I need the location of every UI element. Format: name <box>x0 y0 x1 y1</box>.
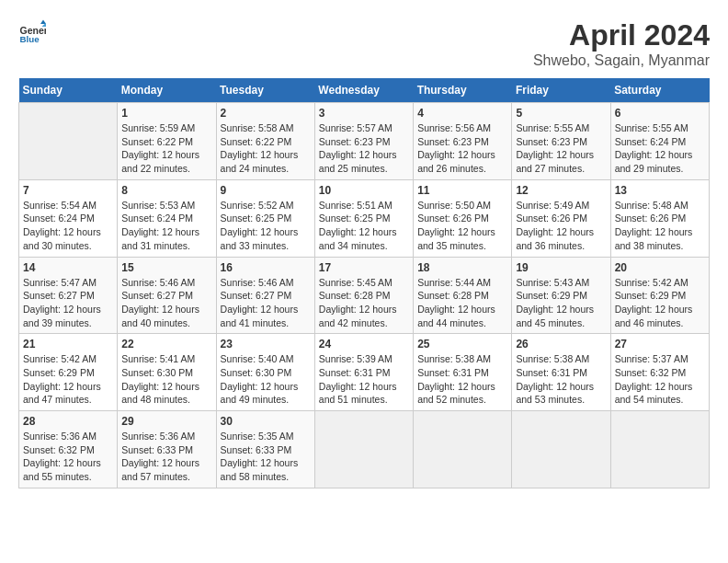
day-number: 11 <box>417 184 507 197</box>
day-number: 30 <box>221 415 311 428</box>
calendar-cell: 2Sunrise: 5:58 AM Sunset: 6:22 PM Daylig… <box>216 103 314 180</box>
calendar-cell: 8Sunrise: 5:53 AM Sunset: 6:24 PM Daylig… <box>118 179 216 257</box>
calendar-cell: 15Sunrise: 5:46 AM Sunset: 6:27 PM Dayli… <box>118 257 216 334</box>
logo-icon: General Blue <box>18 18 46 46</box>
svg-marker-2 <box>40 20 46 25</box>
day-info: Sunrise: 5:38 AM Sunset: 6:31 PM Dayligh… <box>417 352 507 407</box>
calendar-cell: 27Sunrise: 5:37 AM Sunset: 6:32 PM Dayli… <box>610 334 709 411</box>
day-number: 25 <box>417 338 507 350</box>
day-number: 12 <box>516 184 606 197</box>
calendar-cell: 4Sunrise: 5:56 AM Sunset: 6:23 PM Daylig… <box>414 103 512 180</box>
day-number: 23 <box>221 338 311 350</box>
day-info: Sunrise: 5:55 AM Sunset: 6:24 PM Dayligh… <box>615 121 705 176</box>
calendar-cell: 16Sunrise: 5:46 AM Sunset: 6:27 PM Dayli… <box>216 257 314 334</box>
calendar-cell: 18Sunrise: 5:44 AM Sunset: 6:28 PM Dayli… <box>414 257 512 334</box>
day-number: 7 <box>23 184 113 197</box>
day-number: 21 <box>23 338 113 350</box>
day-number: 28 <box>23 415 113 428</box>
header-tuesday: Tuesday <box>216 78 314 103</box>
day-info: Sunrise: 5:52 AM Sunset: 6:25 PM Dayligh… <box>221 199 311 253</box>
day-info: Sunrise: 5:59 AM Sunset: 6:22 PM Dayligh… <box>121 121 211 176</box>
day-info: Sunrise: 5:40 AM Sunset: 6:30 PM Dayligh… <box>221 352 311 407</box>
calendar-cell: 14Sunrise: 5:47 AM Sunset: 6:27 PM Dayli… <box>19 257 118 334</box>
day-number: 15 <box>121 261 211 274</box>
day-number: 6 <box>615 107 705 120</box>
calendar-cell <box>512 411 610 488</box>
day-info: Sunrise: 5:53 AM Sunset: 6:24 PM Dayligh… <box>121 199 211 253</box>
day-info: Sunrise: 5:58 AM Sunset: 6:22 PM Dayligh… <box>221 121 311 176</box>
day-info: Sunrise: 5:44 AM Sunset: 6:28 PM Dayligh… <box>417 276 507 330</box>
day-info: Sunrise: 5:54 AM Sunset: 6:24 PM Dayligh… <box>23 199 113 253</box>
calendar-cell <box>314 411 413 488</box>
day-info: Sunrise: 5:50 AM Sunset: 6:26 PM Dayligh… <box>417 199 507 253</box>
calendar-cell: 1Sunrise: 5:59 AM Sunset: 6:22 PM Daylig… <box>118 103 216 180</box>
day-info: Sunrise: 5:47 AM Sunset: 6:27 PM Dayligh… <box>23 276 113 330</box>
day-info: Sunrise: 5:37 AM Sunset: 6:32 PM Dayligh… <box>615 352 705 407</box>
header-saturday: Saturday <box>610 78 709 103</box>
header-sunday: Sunday <box>19 78 118 103</box>
day-number: 13 <box>615 184 705 197</box>
calendar-week-5: 28Sunrise: 5:36 AM Sunset: 6:32 PM Dayli… <box>19 411 710 488</box>
day-info: Sunrise: 5:38 AM Sunset: 6:31 PM Dayligh… <box>516 352 606 407</box>
calendar-cell: 10Sunrise: 5:51 AM Sunset: 6:25 PM Dayli… <box>314 179 413 257</box>
calendar-cell: 23Sunrise: 5:40 AM Sunset: 6:30 PM Dayli… <box>216 334 314 411</box>
calendar-cell <box>19 103 118 180</box>
day-info: Sunrise: 5:36 AM Sunset: 6:33 PM Dayligh… <box>121 430 211 484</box>
day-info: Sunrise: 5:35 AM Sunset: 6:33 PM Dayligh… <box>221 430 311 484</box>
calendar-cell: 30Sunrise: 5:35 AM Sunset: 6:33 PM Dayli… <box>216 411 314 488</box>
svg-text:Blue: Blue <box>20 34 40 44</box>
calendar-cell: 6Sunrise: 5:55 AM Sunset: 6:24 PM Daylig… <box>610 103 709 180</box>
header-thursday: Thursday <box>414 78 512 103</box>
calendar-cell: 9Sunrise: 5:52 AM Sunset: 6:25 PM Daylig… <box>216 179 314 257</box>
calendar-week-1: 1Sunrise: 5:59 AM Sunset: 6:22 PM Daylig… <box>19 103 710 180</box>
calendar-cell: 22Sunrise: 5:41 AM Sunset: 6:30 PM Dayli… <box>118 334 216 411</box>
calendar-cell: 26Sunrise: 5:38 AM Sunset: 6:31 PM Dayli… <box>512 334 610 411</box>
calendar-cell: 28Sunrise: 5:36 AM Sunset: 6:32 PM Dayli… <box>19 411 118 488</box>
page-subtitle: Shwebo, Sagain, Myanmar <box>533 52 710 69</box>
day-info: Sunrise: 5:39 AM Sunset: 6:31 PM Dayligh… <box>319 352 409 407</box>
calendar-cell: 21Sunrise: 5:42 AM Sunset: 6:29 PM Dayli… <box>19 334 118 411</box>
day-info: Sunrise: 5:43 AM Sunset: 6:29 PM Dayligh… <box>516 276 606 330</box>
calendar-cell: 25Sunrise: 5:38 AM Sunset: 6:31 PM Dayli… <box>414 334 512 411</box>
calendar-table: SundayMondayTuesdayWednesdayThursdayFrid… <box>18 78 710 488</box>
day-number: 5 <box>516 107 606 120</box>
day-info: Sunrise: 5:41 AM Sunset: 6:30 PM Dayligh… <box>121 352 211 407</box>
day-info: Sunrise: 5:56 AM Sunset: 6:23 PM Dayligh… <box>417 121 507 176</box>
page-header: General Blue April 2024 Shwebo, Sagain, … <box>18 18 710 69</box>
day-number: 26 <box>516 338 606 350</box>
calendar-cell: 13Sunrise: 5:48 AM Sunset: 6:26 PM Dayli… <box>610 179 709 257</box>
calendar-week-4: 21Sunrise: 5:42 AM Sunset: 6:29 PM Dayli… <box>19 334 710 411</box>
day-number: 14 <box>23 261 113 274</box>
calendar-cell <box>414 411 512 488</box>
day-info: Sunrise: 5:48 AM Sunset: 6:26 PM Dayligh… <box>615 199 705 253</box>
day-number: 17 <box>319 261 409 274</box>
day-number: 27 <box>615 338 705 350</box>
calendar-cell: 19Sunrise: 5:43 AM Sunset: 6:29 PM Dayli… <box>512 257 610 334</box>
calendar-cell: 12Sunrise: 5:49 AM Sunset: 6:26 PM Dayli… <box>512 179 610 257</box>
calendar-cell: 7Sunrise: 5:54 AM Sunset: 6:24 PM Daylig… <box>19 179 118 257</box>
day-info: Sunrise: 5:49 AM Sunset: 6:26 PM Dayligh… <box>516 199 606 253</box>
header-friday: Friday <box>512 78 610 103</box>
calendar-cell: 11Sunrise: 5:50 AM Sunset: 6:26 PM Dayli… <box>414 179 512 257</box>
header-monday: Monday <box>118 78 216 103</box>
day-number: 1 <box>121 107 211 120</box>
day-info: Sunrise: 5:36 AM Sunset: 6:32 PM Dayligh… <box>23 430 113 484</box>
page-title: April 2024 <box>533 18 710 52</box>
title-block: April 2024 Shwebo, Sagain, Myanmar <box>533 18 710 69</box>
day-info: Sunrise: 5:42 AM Sunset: 6:29 PM Dayligh… <box>23 352 113 407</box>
day-number: 2 <box>221 107 311 120</box>
calendar-cell <box>610 411 709 488</box>
day-number: 9 <box>221 184 311 197</box>
day-number: 24 <box>319 338 409 350</box>
calendar-week-3: 14Sunrise: 5:47 AM Sunset: 6:27 PM Dayli… <box>19 257 710 334</box>
day-number: 29 <box>121 415 211 428</box>
header-wednesday: Wednesday <box>314 78 413 103</box>
day-info: Sunrise: 5:46 AM Sunset: 6:27 PM Dayligh… <box>121 276 211 330</box>
calendar-cell: 17Sunrise: 5:45 AM Sunset: 6:28 PM Dayli… <box>314 257 413 334</box>
day-number: 8 <box>121 184 211 197</box>
day-number: 18 <box>417 261 507 274</box>
day-info: Sunrise: 5:45 AM Sunset: 6:28 PM Dayligh… <box>319 276 409 330</box>
day-info: Sunrise: 5:55 AM Sunset: 6:23 PM Dayligh… <box>516 121 606 176</box>
day-number: 3 <box>319 107 409 120</box>
calendar-header-row: SundayMondayTuesdayWednesdayThursdayFrid… <box>19 78 710 103</box>
